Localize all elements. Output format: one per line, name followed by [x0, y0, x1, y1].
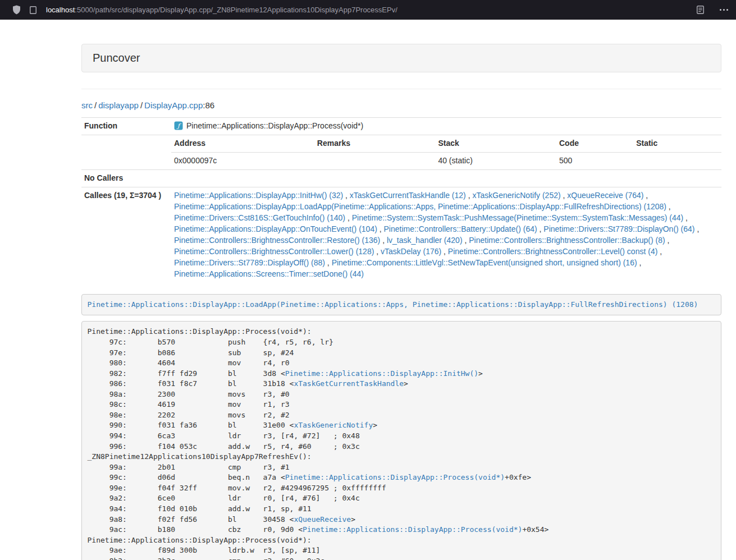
function-icon: ƒ [174, 121, 183, 130]
callee-link[interactable]: Pinetime::System::SystemTask::PushMessag… [352, 213, 684, 222]
callee-link[interactable]: Pinetime::Drivers::St7789::DisplayOff() … [174, 258, 325, 267]
callee-link[interactable]: lv_task_handler (420) [387, 236, 463, 245]
stats-header-row: Address Remarks Stack Code Static [171, 135, 721, 152]
disasm-symbol-link[interactable]: Pinetime::Applications::DisplayApp::Init… [285, 369, 478, 378]
stats-static [633, 152, 721, 169]
breadcrumb-separator: / [140, 100, 143, 110]
callees-label: Callees (19, Σ=3704 ) [81, 187, 171, 282]
stats-header-stack: Stack [435, 135, 556, 152]
callee-link[interactable]: Pinetime::Applications::DisplayApp::Init… [174, 191, 343, 200]
url-text: localhost:5000/path/src/displayapp/Displ… [46, 6, 397, 14]
callee-link[interactable]: Pinetime::Controllers::BrightnessControl… [469, 236, 665, 245]
callee-link[interactable]: Pinetime::Drivers::St7789::DisplayOn() (… [543, 224, 694, 233]
callees-row: Callees (19, Σ=3704 ) Pinetime::Applicat… [81, 187, 721, 282]
disasm-symbol-link[interactable]: xTaskGenericNotify [294, 421, 373, 429]
callee-link[interactable]: vTaskDelay (176) [381, 247, 441, 256]
page-actions-menu-button[interactable] [719, 7, 729, 13]
callee-link[interactable]: xTaskGetCurrentTaskHandle (12) [350, 191, 466, 200]
breadcrumb-link-displayapp[interactable]: displayapp [98, 100, 139, 110]
no-callers-cell [171, 169, 721, 187]
header-divider [81, 89, 721, 89]
no-callers-row: No Callers [81, 169, 721, 187]
callee-link[interactable]: xTaskGenericNotify (252) [472, 191, 560, 200]
callee-link[interactable]: Pinetime::Controllers::BrightnessControl… [174, 247, 374, 256]
function-name: Pinetime::Applications::DisplayApp::Proc… [186, 121, 363, 130]
highlight-symbol-link[interactable]: Pinetime::Applications::DisplayApp::Load… [88, 300, 698, 309]
stats-address: 0x0000097c [171, 152, 314, 169]
stats-code: 500 [556, 152, 633, 169]
callee-link[interactable]: Pinetime::Controllers::BrightnessControl… [174, 236, 380, 245]
app-title-box: Puncover [81, 44, 721, 72]
meatball-menu-icon [719, 7, 729, 13]
disasm-symbol-link[interactable]: Pinetime::Applications::DisplayApp::Proc… [285, 473, 505, 481]
callee-link[interactable]: Pinetime::Applications::Screens::Timer::… [174, 269, 364, 278]
page-info-icon [30, 6, 36, 14]
page-content: Puncover src/displayapp/DisplayApp.cpp:8… [81, 44, 721, 560]
no-callers-label: No Callers [81, 169, 171, 187]
stats-header-static: Static [633, 135, 721, 152]
function-table: Function ƒPinetime::Applications::Displa… [81, 117, 721, 283]
shield-icon [12, 5, 21, 15]
url-path: :5000/path/src/displayapp/DisplayApp.cpp… [75, 6, 397, 14]
disasm-symbol-link[interactable]: xQueueReceive [294, 515, 351, 524]
disasm-symbol-link[interactable]: Pinetime::Applications::DisplayApp::Proc… [303, 525, 522, 534]
stats-table: Address Remarks Stack Code Static 0x0000… [171, 135, 721, 169]
tracking-protection-shield-button[interactable] [12, 5, 21, 15]
breadcrumb-link-src[interactable]: src [81, 100, 93, 110]
stats-value-row: 0x0000097c 40 (static) 500 [171, 152, 721, 169]
callee-link[interactable]: Pinetime::Applications::DisplayApp::OnTo… [174, 224, 377, 233]
callee-link[interactable]: Pinetime::Applications::DisplayApp::Load… [174, 202, 666, 211]
stats-header-code: Code [556, 135, 633, 152]
breadcrumb: src/displayapp/DisplayApp.cpp:86 [81, 100, 721, 110]
callee-link[interactable]: Pinetime::Drivers::Cst816S::GetTouchInfo… [174, 213, 345, 222]
callee-link[interactable]: xQueueReceive (764) [567, 191, 643, 200]
function-row: Function ƒPinetime::Applications::Displa… [81, 118, 721, 135]
stats-stack: 40 (static) [435, 152, 556, 169]
stats-remarks [314, 152, 436, 169]
disassembly-pre: Pinetime::Applications::DisplayApp::Proc… [81, 321, 721, 560]
breadcrumb-line-number: :86 [203, 100, 214, 110]
reader-view-button[interactable] [697, 6, 704, 14]
stats-row: Address Remarks Stack Code Static 0x0000… [81, 135, 721, 169]
url-bar[interactable]: localhost:5000/path/src/displayapp/Displ… [30, 6, 397, 14]
highlight-symbol-pre: Pinetime::Applications::DisplayApp::Load… [81, 294, 721, 316]
browser-toolbar: localhost:5000/path/src/displayapp/Displ… [0, 0, 736, 20]
stats-row-label [81, 135, 171, 169]
breadcrumb-link-file[interactable]: DisplayApp.cpp [144, 100, 203, 110]
callee-link[interactable]: Pinetime::Controllers::Battery::Update()… [384, 224, 537, 233]
callee-link[interactable]: Pinetime::Controllers::BrightnessControl… [448, 247, 657, 256]
callee-link[interactable]: Pinetime::Components::LittleVgl::SetNewT… [332, 258, 637, 267]
reader-view-icon [697, 6, 704, 14]
function-label: Function [81, 118, 171, 135]
stats-header-address: Address [171, 135, 314, 152]
app-title: Puncover [93, 52, 140, 64]
breadcrumb-separator: / [94, 100, 97, 110]
stats-header-remarks: Remarks [314, 135, 436, 152]
function-name-cell: ƒPinetime::Applications::DisplayApp::Pro… [171, 118, 721, 135]
stats-cell: Address Remarks Stack Code Static 0x0000… [171, 135, 721, 169]
disasm-symbol-link[interactable]: xTaskGetCurrentTaskHandle [294, 379, 404, 388]
callees-list: Pinetime::Applications::DisplayApp::Init… [171, 187, 721, 282]
url-host: localhost [46, 6, 75, 14]
